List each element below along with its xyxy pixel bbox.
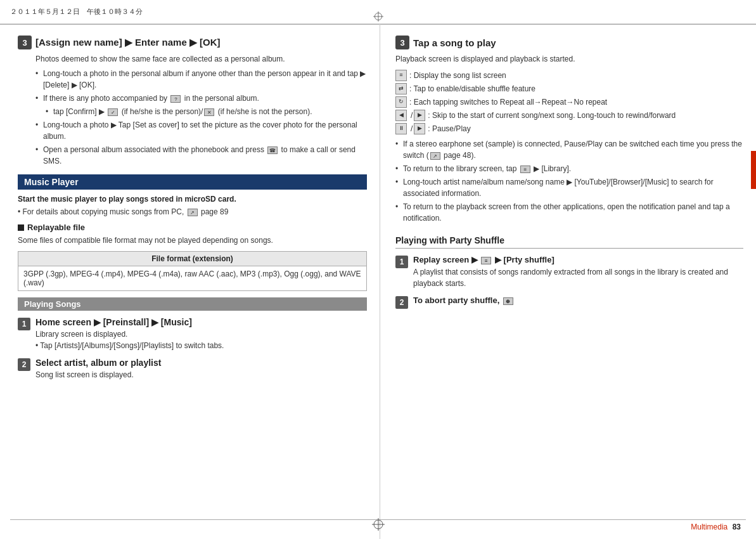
icon-row-list: ≡ : Display the song list screen <box>395 70 743 81</box>
party-shuffle-header: Playing with Party Shuffle <box>395 235 743 249</box>
music-player-header: Music Player <box>18 174 367 190</box>
shuffle-icon: ⇄ <box>395 83 407 94</box>
crosshair-bottom-icon <box>372 518 385 533</box>
replayable-title: Replayable file <box>27 223 85 232</box>
file-table-content: 3GPP (.3gp), MPEG-4 (.mp4), MPEG-4 (.m4a… <box>18 266 367 291</box>
icon-list-text: : Display the song list screen <box>409 70 506 81</box>
list-icon: ≡ <box>395 70 407 81</box>
ps-step1-desc: Library screen is displayed. <box>35 328 224 340</box>
right-step3-title: Tap a song to play <box>413 37 496 48</box>
party-step1: 1 Replay screen ▶ ≡ ▶ [Prty shuffle] A p… <box>395 255 743 289</box>
info-icon: ? <box>170 95 181 103</box>
main-content: 3 [Assign new name] ▶ Enter name ▶ [OK] … <box>0 24 756 539</box>
footer-multimedia: Multimedia <box>691 523 727 531</box>
crosshair-top-icon <box>373 11 383 22</box>
ps-step1-bullet: • Tap [Artists]/[Albums]/[Songs]/[Playli… <box>35 340 224 351</box>
left-step3-desc: Photos deemed to show the same face are … <box>35 53 367 65</box>
left-step3-title: [Assign new name] ▶ Enter name ▶ [OK] <box>35 37 221 48</box>
footer-page-num: 83 <box>733 523 741 531</box>
left-bullet-3: tap [Confirm] ▶ ✓ (if he/she is the pers… <box>46 106 367 117</box>
icon-row-pause: ⏸ / ▶ : Pause/Play <box>395 123 743 134</box>
black-square-icon <box>18 224 24 231</box>
skip-next-icon: ▶ <box>414 110 425 121</box>
music-player-subtext: Start the music player to play songs sto… <box>18 195 367 204</box>
right-step3-bullets: If a stereo earphone set (sample) is con… <box>395 138 743 224</box>
icon-shuffle-text: : Tap to enable/disable shuffle feature <box>409 83 535 94</box>
file-table-header: File format (extension) <box>18 252 367 266</box>
right-step3-num: 3 <box>395 36 409 49</box>
ps-step2-desc: Song list screen is displayed. <box>35 369 161 380</box>
right-column: 3 Tap a song to play Playback screen is … <box>380 24 756 539</box>
party-step1-content: Replay screen ▶ ≡ ▶ [Prty shuffle] A pla… <box>413 255 743 289</box>
left-step3-bullets: Long-touch a photo in the personal album… <box>35 68 367 167</box>
page-container: ２０１１年５月１２日 午後１０時３４分 3 [Assign new name] … <box>0 0 756 539</box>
menu-icon2: ≡ <box>481 257 491 264</box>
ps-step2-num: 2 <box>18 358 30 371</box>
check-icon: ✓ <box>108 108 118 116</box>
phone-icon: ☎ <box>267 146 278 154</box>
left-column: 3 [Assign new name] ▶ Enter name ▶ [OK] … <box>0 24 380 539</box>
icon-skip-text: : Skip to the start of current song/next… <box>428 110 676 121</box>
right-bullet-1: If a stereo earphone set (sample) is con… <box>395 138 743 161</box>
file-format-table: File format (extension) 3GPP (.3gp), MPE… <box>18 251 367 291</box>
replayable-header: Replayable file <box>18 223 367 232</box>
slash-text: / <box>411 110 413 121</box>
party-step1-title: Replay screen ▶ ≡ ▶ [Prty shuffle] <box>413 255 743 264</box>
left-bullet-5: Open a personal album associated with th… <box>35 144 367 167</box>
icon-row-repeat: ↻ : Each tapping switches to Repeat all→… <box>395 96 743 108</box>
left-step3-num: 3 <box>18 36 32 49</box>
repeat-icon: ↻ <box>395 96 407 108</box>
playing-songs-step1: 1 Home screen ▶ [Preinstall] ▶ [Music] L… <box>18 317 367 351</box>
copy-ref-icon: ↗ <box>188 209 198 216</box>
music-player-copy-note: • For details about copying music songs … <box>18 206 367 218</box>
right-step3-desc: Playback screen is displayed and playbac… <box>395 53 743 65</box>
party-step2: 2 To abort party shuffle, ⊕ <box>395 295 743 309</box>
icon-repeat-text: : Each tapping switches to Repeat all→Re… <box>409 96 607 108</box>
skip-prev-icon: ◀ <box>395 110 407 121</box>
earphone-ref-icon: ↗ <box>430 152 440 160</box>
slash-text2: / <box>411 123 413 134</box>
footer-text: Multimedia 83 <box>691 523 741 531</box>
playing-songs-header: Playing Songs <box>18 297 367 311</box>
party-step1-desc: A playlist that consists of songs random… <box>413 266 743 289</box>
ps-step2-content: Select artist, album or playlist Song li… <box>35 358 161 380</box>
party-step2-content: To abort party shuffle, ⊕ <box>413 295 515 307</box>
playing-songs-step2: 2 Select artist, album or playlist Song … <box>18 358 367 380</box>
icon-row-skip: ◀ / ▶ : Skip to the start of current son… <box>395 110 743 121</box>
party-step2-title: To abort party shuffle, ⊕ <box>413 295 515 305</box>
icon-pause-text: : Pause/Play <box>428 123 470 134</box>
left-bullet-2: If there is any photo accompanied by ? i… <box>35 93 367 104</box>
red-accent-bar <box>751 151 756 189</box>
abort-icon: ⊕ <box>503 297 513 305</box>
play-icon: ▶ <box>414 123 425 134</box>
ps-step1-content: Home screen ▶ [Preinstall] ▶ [Music] Lib… <box>35 317 224 351</box>
left-bullet-4: Long-touch a photo ▶ Tap [Set as cover] … <box>35 119 367 142</box>
right-bullet-4: To return to the playback screen from th… <box>395 201 743 224</box>
ps-step1-title: Home screen ▶ [Preinstall] ▶ [Music] <box>35 317 224 327</box>
icon-row-shuffle: ⇄ : Tap to enable/disable shuffle featur… <box>395 83 743 94</box>
left-bullet-1: Long-touch a photo in the personal album… <box>35 68 367 91</box>
left-step3-body: Photos deemed to show the same face are … <box>35 53 367 167</box>
party-step2-num: 2 <box>395 296 408 309</box>
left-step3-header: 3 [Assign new name] ▶ Enter name ▶ [OK] <box>18 36 367 49</box>
menu-icon-inline: ≡ <box>520 166 530 173</box>
ps-step2-title: Select artist, album or playlist <box>35 358 161 368</box>
header: ２０１１年５月１２日 午後１０時３４分 <box>0 0 756 24</box>
ps-step1-num: 1 <box>18 318 30 330</box>
header-datetime: ２０１１年５月１２日 午後１０時３４分 <box>10 7 143 16</box>
party-step1-num: 1 <box>395 256 408 268</box>
right-bullet-2: To return to the library screen, tap ≡ ▶… <box>395 163 743 174</box>
x-icon: ✕ <box>204 108 214 116</box>
right-step3-header: 3 Tap a song to play <box>395 36 743 49</box>
right-bullet-3: Long-touch artist name/album name/song n… <box>395 176 743 199</box>
replayable-desc: Some files of compatible file format may… <box>18 235 367 246</box>
pause-icon: ⏸ <box>395 123 407 134</box>
